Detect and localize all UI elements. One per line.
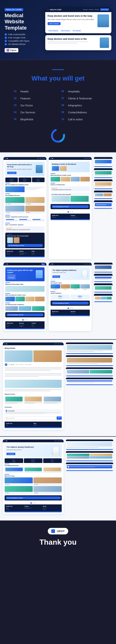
cta-title-1: Best Care For Your Good Health bbox=[7, 235, 43, 236]
blog-thumbnails bbox=[66, 342, 113, 430]
p3-logo: HC bbox=[6, 263, 8, 265]
last-stat-3: 20+ Years bbox=[43, 458, 62, 463]
p3-grid-3 bbox=[25, 297, 35, 301]
p2-grid bbox=[51, 177, 90, 182]
p2-footer-item-2: info@health.com bbox=[71, 216, 89, 218]
p3-content: Achieve your goals with the right suppor… bbox=[3, 266, 46, 331]
doc-img-4 bbox=[25, 206, 45, 212]
blog-read-time: 5 min read bbox=[25, 364, 31, 365]
figma-badge[interactable]: Figma bbox=[5, 48, 18, 52]
last-thumbnails bbox=[66, 440, 113, 514]
preview-cta-1[interactable]: Get In Touch bbox=[7, 172, 16, 174]
check-icon-3: ✓ bbox=[5, 40, 7, 42]
related-img-1 bbox=[5, 397, 22, 401]
submit-btn[interactable]: Send bbox=[57, 416, 62, 420]
preview-content-1: Keep doctors and loved ones in the loop … bbox=[3, 160, 46, 259]
last-hero-btn[interactable]: Get Started bbox=[6, 453, 15, 455]
blue-line-1 bbox=[5, 183, 10, 183]
last-footer-col-1: Health Care About Services bbox=[6, 506, 23, 510]
blog-line-1 bbox=[5, 367, 62, 368]
large-text: Keep doctors and loved ones in the bbox=[48, 38, 98, 48]
last-doc-info-1: Dr. Brown bbox=[5, 483, 33, 485]
preview-clinic-section: We Are Healthcare & Medical Clinic bbox=[5, 183, 45, 192]
thank-you-section: UIHUT Thank you bbox=[0, 521, 116, 554]
stat-awards: 15+ Awards bbox=[32, 178, 45, 182]
p4-dot-2 bbox=[72, 308, 73, 309]
p4-hero-sub: Professional medical care bbox=[52, 272, 80, 273]
p4-blue-line-2 bbox=[51, 291, 55, 292]
footer-col-3: Links Privacy Terms bbox=[31, 250, 43, 255]
thumb-4 bbox=[94, 190, 113, 199]
related-1 bbox=[5, 396, 23, 404]
blog-line-7 bbox=[5, 389, 62, 390]
blue-bar-1 bbox=[5, 256, 45, 257]
p4-cta-btn[interactable]: For Any Emergency Contact → bbox=[52, 302, 89, 304]
clinic-title: We Are Healthcare & Medical Clinic bbox=[5, 184, 45, 186]
p3-cta: For Any Emergency Contact → bbox=[5, 312, 45, 317]
p2-testimonial-text: "Outstanding healthcare professionals" bbox=[51, 189, 89, 190]
thumb2-header-4 bbox=[94, 294, 113, 296]
p2-testimonial: ★★★★★ "Outstanding healthcare profession… bbox=[51, 186, 90, 191]
thumb2-1 bbox=[94, 263, 113, 272]
last-cta-btn[interactable]: For Any Emergency Contact → bbox=[6, 496, 61, 499]
blog-line-5 bbox=[5, 374, 62, 376]
blog-date: Jan 12, 2024 bbox=[15, 364, 24, 365]
thumb-content-4 bbox=[94, 192, 113, 198]
secondary-mockup: Keep doctors and loved ones in the bbox=[45, 35, 111, 50]
last-doc-1: Dr. Brown bbox=[5, 478, 33, 485]
spacer-4 bbox=[5, 405, 62, 406]
bt-img-1 bbox=[67, 345, 112, 350]
p2-footer: Health Care About Us Contact info@health… bbox=[51, 214, 90, 219]
doc-img-2 bbox=[25, 197, 45, 203]
doctor-silhouette bbox=[98, 14, 109, 27]
doctors-title: Our Qualified Doctors bbox=[5, 195, 45, 196]
emergency-btn[interactable]: For Any Emergency Contact → bbox=[7, 244, 43, 247]
mockup-header: HEALTH CARE Get In Touch bbox=[45, 7, 111, 12]
p3-moving: Get Moving with Confidence bbox=[5, 303, 45, 311]
blog-content: Blog Details Dr. Smith Jan 12, 2024 5 mi… bbox=[3, 345, 64, 430]
thumb2-bar-4 bbox=[94, 301, 113, 302]
bt-mini-1 bbox=[67, 370, 89, 374]
blue-line-5 bbox=[7, 234, 12, 234]
last-svc-img-2 bbox=[25, 468, 42, 471]
services-title: Simple, supportive search process bbox=[5, 216, 45, 218]
bt-header-2 bbox=[66, 355, 113, 357]
feature-02: 02 Features bbox=[14, 96, 55, 101]
p3-cta-btn[interactable]: For Any Emergency Contact → bbox=[6, 314, 43, 316]
related-img-3 bbox=[44, 397, 61, 401]
doc-card-3: Dr. Davis bbox=[5, 206, 25, 214]
p3-hero-btn[interactable]: Learn More bbox=[7, 274, 15, 280]
lt-bar-3 bbox=[66, 470, 113, 471]
blog-header: HC bbox=[3, 342, 64, 345]
bt-header-4 bbox=[66, 378, 113, 379]
stat-1: 2.5k+ Patients bbox=[48, 30, 59, 32]
thumb2-content-4 bbox=[94, 296, 113, 301]
mockup-logo: HEALTH CARE bbox=[50, 9, 61, 10]
p4-doc-img-1 bbox=[51, 284, 60, 288]
doc-img-1 bbox=[5, 197, 25, 203]
p3-grid bbox=[5, 297, 45, 301]
p4-doc-name-4: Dr. Park bbox=[80, 289, 90, 290]
blog-footer-section: Health Care About Blog Articles bbox=[5, 422, 62, 427]
doc-card-4: Dr. Wilson bbox=[25, 206, 45, 214]
stat-patients: 2.5k+ Patients bbox=[5, 178, 18, 182]
lt-thumb-2 bbox=[66, 451, 113, 461]
p2-cta: For Any Emergency Contact → bbox=[51, 204, 90, 209]
mockup-cta-btn[interactable]: Get In Touch bbox=[48, 22, 61, 25]
comment-author: John Smith bbox=[8, 410, 14, 412]
p2-testimonial-section: Clients & Testimonial ★★★★★ "Outstanding… bbox=[51, 183, 90, 191]
doc-card-1: Dr. Johnson bbox=[5, 197, 25, 205]
bt-mini-2 bbox=[90, 370, 112, 374]
thumb-5 bbox=[94, 200, 113, 209]
p3-maternal: Maternal Child Health Talks bbox=[5, 282, 45, 292]
p3-maternal-title: Maternal Child Health Talks bbox=[5, 284, 45, 285]
thumb2-mini-3 bbox=[106, 297, 112, 300]
blue-line-2 bbox=[5, 194, 10, 194]
feature-item-1: ✓ Fully customizable bbox=[5, 33, 42, 36]
preview-hero-2: Building a Centre of Excellence bbox=[51, 162, 90, 172]
p4-dot-1 bbox=[70, 308, 71, 309]
p4-hero-btn[interactable]: Book Now bbox=[52, 276, 60, 278]
p2-cta-btn[interactable]: For Any Emergency Contact → bbox=[52, 205, 89, 208]
testimonial-title: Hear our partners' opinions bbox=[5, 224, 45, 226]
comment-input[interactable]: Write a comment... bbox=[5, 416, 56, 420]
